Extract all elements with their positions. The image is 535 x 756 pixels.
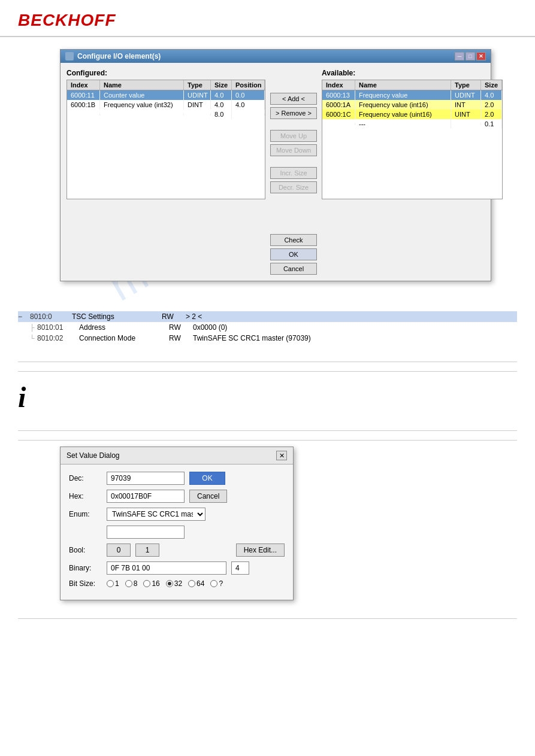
th-name2: Name	[355, 80, 451, 90]
row-name	[100, 113, 184, 116]
row-index: 6000:11	[67, 90, 100, 100]
row-type: DINT	[184, 100, 211, 110]
radio-label-64: 64	[197, 579, 204, 588]
radio-1[interactable]: 1	[107, 579, 119, 588]
available-table-header: Index Name Type Size	[322, 80, 502, 90]
remove-button[interactable]: > Remove >	[270, 107, 317, 119]
radio-btn-8[interactable]	[125, 580, 132, 587]
row-pos: 0.0	[232, 90, 265, 100]
svd-bitsize-label: Bit Size:	[69, 579, 102, 588]
decr-size-button[interactable]: Decr. Size	[270, 181, 317, 193]
settings-row[interactable]: ├ 8010:01 Address RW 0x0000 (0)	[18, 322, 517, 333]
svd-dec-input[interactable]	[107, 472, 185, 485]
radio-label-16: 16	[152, 579, 159, 588]
move-down-button[interactable]: Move Down	[270, 144, 317, 156]
svd-bool-0-btn[interactable]: 0	[107, 544, 131, 557]
table-row[interactable]: 6000:1C Frequency value (uint16) UINT 2.…	[322, 110, 502, 119]
svd-hex-input[interactable]	[107, 490, 185, 503]
row-type2: UDINT	[451, 90, 481, 100]
radio-q[interactable]: ?	[210, 579, 223, 588]
svd-binary-count[interactable]	[231, 561, 249, 575]
row-name: Counter value	[100, 90, 184, 100]
titlebar-left: Configure I/O element(s)	[65, 52, 161, 60]
table-row[interactable]: 6000:13 Frequency value UDINT 4.0	[322, 90, 502, 100]
radio-32[interactable]: 32	[166, 579, 182, 588]
table-row[interactable]: --- 0.1	[322, 119, 502, 129]
add-button[interactable]: < Add <	[270, 93, 317, 105]
svd-bool-1-btn[interactable]: 1	[135, 544, 159, 557]
row-index: 6000:1B	[67, 100, 100, 110]
move-up-button[interactable]: Move Up	[270, 130, 317, 142]
row-size: 4.0	[211, 90, 232, 100]
settings-rw: RW	[169, 334, 193, 342]
settings-row[interactable]: − 8010:0 TSC Settings RW > 2 <	[18, 311, 517, 322]
info-icon: i	[18, 381, 517, 414]
svd-enum-label: Enum:	[69, 510, 102, 518]
radio-btn-64[interactable]	[188, 580, 195, 587]
table-row[interactable]: 8.0	[67, 110, 265, 119]
radio-btn-q[interactable]	[210, 580, 217, 587]
settings-index: 8010:0	[30, 312, 72, 321]
cancel-button[interactable]: Cancel	[270, 263, 317, 275]
row-size2: 4.0	[481, 90, 502, 100]
row-size2: 2.0	[481, 100, 502, 110]
svd-hex-edit-btn[interactable]: Hex Edit...	[236, 544, 285, 557]
close-btn[interactable]: ✕	[476, 52, 486, 60]
th-name: Name	[100, 80, 184, 90]
row-size2: 0.1	[481, 119, 502, 129]
configure-io-title: Configure I/O element(s)	[77, 52, 161, 60]
svd-bool-controls: 0 1	[107, 544, 159, 557]
radio-16[interactable]: 16	[143, 579, 159, 588]
check-button[interactable]: Check	[270, 234, 317, 246]
svd-cancel-button[interactable]: Cancel	[189, 490, 227, 503]
svd-blank-row	[69, 526, 285, 539]
svd-binary-label: Binary:	[69, 564, 102, 572]
table-row[interactable]: 6000:11 Counter value UDINT 4.0 0.0	[67, 90, 265, 100]
radio-64[interactable]: 64	[188, 579, 204, 588]
svd-enum-select[interactable]: TwinSAFE SC CRC1 master	[107, 508, 205, 521]
svd-hex-label: Hex:	[69, 492, 102, 500]
configure-io-titlebar: Configure I/O element(s) ─ □ ✕	[61, 50, 491, 63]
row-type2	[451, 123, 481, 125]
svd-bitsize-row: Bit Size: 1 8 16	[69, 579, 285, 588]
svd-hex-row: Hex: Cancel	[69, 490, 285, 503]
radio-label-8: 8	[134, 579, 138, 588]
row-type: UDINT	[184, 90, 211, 100]
maximize-btn[interactable]: □	[466, 52, 475, 60]
settings-index: 8010:01	[37, 323, 79, 332]
row-index2: 6000:1C	[322, 110, 355, 119]
radio-btn-1[interactable]	[107, 580, 114, 587]
ok-button[interactable]: OK	[270, 248, 317, 260]
beckhoff-logo: BECKHOFF	[18, 11, 517, 30]
incr-size-button[interactable]: Incr. Size	[270, 167, 317, 179]
configured-panel: Configured: Index Name Type Size Positio…	[67, 69, 265, 275]
settings-name: Connection Mode	[79, 334, 169, 342]
svd-blank-input	[107, 526, 185, 539]
row-name2: Frequency value (uint16)	[355, 110, 451, 119]
svd-ok-button[interactable]: OK	[189, 472, 225, 485]
radio-btn-16[interactable]	[143, 580, 150, 587]
info-section: i	[18, 371, 517, 431]
settings-name: TSC Settings	[72, 312, 162, 321]
row-pos: 4.0	[232, 100, 265, 110]
radio-label-1: 1	[115, 579, 119, 588]
table-row[interactable]: 6000:1B Frequency value (int32) DINT 4.0…	[67, 100, 265, 110]
table-row[interactable]: 6000:1A Frequency value (int16) INT 2.0	[322, 100, 502, 110]
svd-bool-label: Bool:	[69, 546, 102, 554]
radio-btn-32[interactable]	[166, 580, 173, 587]
svd-body: Dec: OK Hex: Cancel Enum: TwinSAFE SC CR…	[61, 464, 293, 600]
th-size2: Size	[481, 80, 502, 90]
header: BECKHOFF	[0, 0, 535, 37]
row-index	[67, 113, 100, 116]
radio-8[interactable]: 8	[125, 579, 138, 588]
settings-indent: −	[18, 312, 30, 321]
minimize-btn[interactable]: ─	[455, 52, 464, 60]
settings-row[interactable]: └ 8010:02 Connection Mode RW TwinSAFE SC…	[18, 333, 517, 344]
row-index2	[322, 123, 355, 125]
row-size: 4.0	[211, 100, 232, 110]
svd-close-btn[interactable]: ✕	[276, 451, 287, 460]
svd-binary-input[interactable]	[107, 561, 226, 575]
th-type2: Type	[451, 80, 481, 90]
svd-dec-label: Dec:	[69, 474, 102, 482]
radio-label-32: 32	[174, 579, 182, 588]
